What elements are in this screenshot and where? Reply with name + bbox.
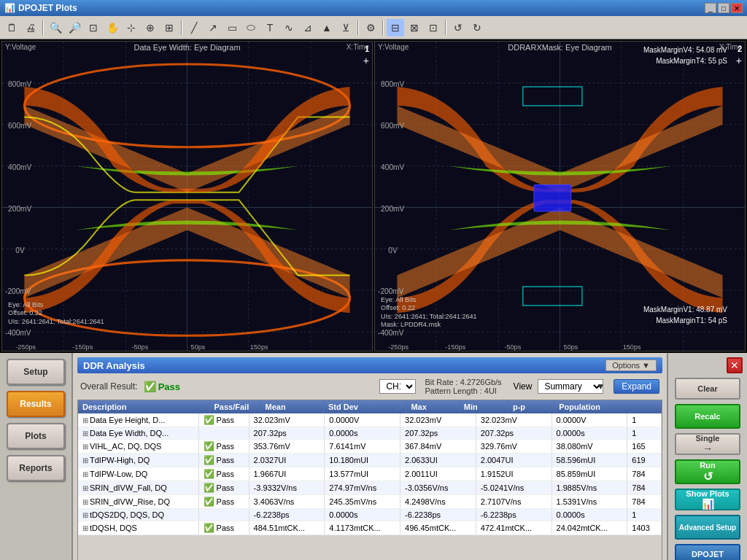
app-title: 📊 DPOJET Plots [4,3,77,13]
view-label: View [514,381,533,392]
cell-pass: ✅ Pass [198,481,249,495]
recalc-button[interactable]: Recalc [675,404,740,429]
col-pp: p-p [508,400,554,413]
close-button[interactable]: ✕ [731,3,743,13]
dpojet-button[interactable]: DPOJET [675,544,740,560]
cell-max: 2.0011UI [400,467,476,481]
expand-button[interactable]: Expand [614,379,659,394]
auto-button[interactable]: ↻ [468,19,486,36]
cell-std: 13.577mUI [325,467,400,481]
cell-std: 0.0000s [325,427,400,440]
bottom-panel: Setup Results Plots Reports DDR Analysis… [0,353,747,560]
table-row: ⊞tDQSH, DQS ✅ Pass 484.51mtCK... 4.1173m… [78,521,662,535]
cell-max: 207.32ps [400,427,476,440]
svg-text:Eye: All Bits: Eye: All Bits [8,301,44,308]
svg-text:-400mV: -400mV [378,329,404,337]
svg-text:Eye: All Bits: Eye: All Bits [381,296,417,303]
svg-text:Offset: 0.22: Offset: 0.22 [381,304,415,311]
table-row: ⊞tDQS2DQ, DQS, DQ -6.2238ps 0.0000s -6.2… [78,509,662,521]
cell-max: -3.0356V/ns [400,481,476,495]
scope-right-plus[interactable]: + [736,55,742,66]
dropdown-arrow-icon: ▼ [642,361,650,370]
zoom-out-button[interactable]: 🔎 [66,19,83,36]
cell-pp: 0.0000V [551,413,627,427]
ellipse-button[interactable]: ⬭ [242,19,260,36]
cell-desc: ⊞SRIN_dIVW_Rise, DQ [78,495,198,509]
cell-pass: ✅ Pass [198,440,249,454]
layout3-button[interactable]: ⊡ [425,19,442,36]
line-button[interactable]: ╱ [185,19,203,36]
zoom-fit-button[interactable]: ⊡ [85,19,102,36]
col-mean: Mean [260,400,323,413]
cell-desc: ⊞Data Eye Height, D... [78,413,198,427]
svg-text:200mV: 200mV [8,205,31,213]
measure-button[interactable]: ⊞ [160,19,178,36]
signal-button[interactable]: ∿ [280,19,298,36]
svg-text:600mV: 600mV [8,122,31,130]
single-button[interactable]: Single → [675,433,740,455]
view-select[interactable]: Summary [538,379,603,394]
cell-max: 496.45mtCK... [400,521,476,535]
text-button[interactable]: T [261,19,279,36]
scope-left-plus[interactable]: + [363,55,369,66]
clear-button[interactable]: Clear [675,378,740,400]
cell-pop: 165 [627,440,662,454]
cell-pop: 619 [627,454,662,467]
file-button[interactable]: 🗒 [3,19,20,36]
table-scroll[interactable]: ⊞Data Eye Height, D... ✅ Pass 32.023mV 0… [78,413,662,535]
rect-button[interactable]: ▭ [223,19,241,36]
ch-select[interactable]: CH1 [379,379,416,394]
cell-max: 367.84mV [400,440,476,454]
cell-mean: 32.023mV [249,413,325,427]
cell-pp: 1.5391V/ns [551,495,627,509]
options-button[interactable]: Options ▼ [605,359,657,371]
reports-button[interactable]: Reports [7,455,65,481]
cell-mean: 207.32ps [249,427,325,440]
overall-result-label: Overall Result: [80,381,138,392]
layout1-button[interactable]: ⊟ [387,19,404,36]
scope-left-title: Data Eye Width: Eye Diagram [2,43,372,52]
toolbar-separator-1 [42,20,44,35]
toolbar: 🗒 🖨 🔍 🔎 ⊡ ✋ ⊹ ⊕ ⊞ ╱ ↗ ▭ ⬭ T ∿ ⊿ ▲ ⊻ ⚙ ⊟ … [0,16,747,39]
property-button[interactable]: ⚙ [362,19,379,36]
cell-min: 472.41mtCK... [476,521,551,535]
cell-min: -5.0241V/ns [476,481,551,495]
scope-area: Y:Voltage Data Eye Width: Eye Diagram X:… [0,39,747,353]
minimize-button[interactable]: _ [705,3,716,13]
svg-text:400mV: 400mV [381,163,404,171]
cell-desc: ⊞tDQS2DQ, DQS, DQ [78,509,198,521]
pan-button[interactable]: ✋ [104,19,121,36]
setup-button[interactable]: Setup [7,359,65,385]
cell-min: 1.9152UI [476,467,551,481]
cell-mean: -3.9332V/ns [249,481,325,495]
spec-button[interactable]: ⊻ [337,19,355,36]
results-table-body: ⊞Data Eye Height, D... ✅ Pass 32.023mV 0… [78,413,662,535]
run-button[interactable]: Run ↺ [675,459,740,484]
plots-button[interactable]: Plots [7,423,65,449]
svg-text:800mV: 800mV [8,80,31,88]
peak-button[interactable]: ▲ [318,19,336,36]
advanced-setup-button[interactable]: Advanced Setup [675,515,740,540]
results-button[interactable]: Results [7,391,65,417]
left-sidebar: Setup Results Plots Reports [0,353,73,560]
cell-mean: 1.9667UI [249,467,325,481]
zoom-in-button[interactable]: 🔍 [47,19,64,36]
svg-text:600mV: 600mV [381,122,404,130]
show-plots-button[interactable]: Show Plots 📊 [675,489,740,510]
cell-std: 7.6141mV [325,440,400,454]
refresh-button[interactable]: ↺ [449,19,467,36]
waveform-button[interactable]: ⊿ [299,19,317,36]
maximize-button[interactable]: □ [718,3,729,13]
show-plots-icon: 📊 [702,498,714,510]
print-button[interactable]: 🖨 [22,19,39,36]
select-button[interactable]: ⊹ [123,19,140,36]
cursor-button[interactable]: ⊕ [142,19,159,36]
cell-pp: 85.859mUI [551,467,627,481]
svg-text:-50ps: -50ps [504,343,521,351]
close-x-button[interactable]: ✕ [727,357,743,373]
layout2-button[interactable]: ⊠ [406,19,423,36]
arrow-button[interactable]: ↗ [204,19,222,36]
cell-pass: ✅ Pass [198,495,249,509]
toolbar-separator-4 [382,20,384,35]
table-row: ⊞SRIN_dIVW_Rise, DQ ✅ Pass 3.4063V/ns 24… [78,495,662,509]
